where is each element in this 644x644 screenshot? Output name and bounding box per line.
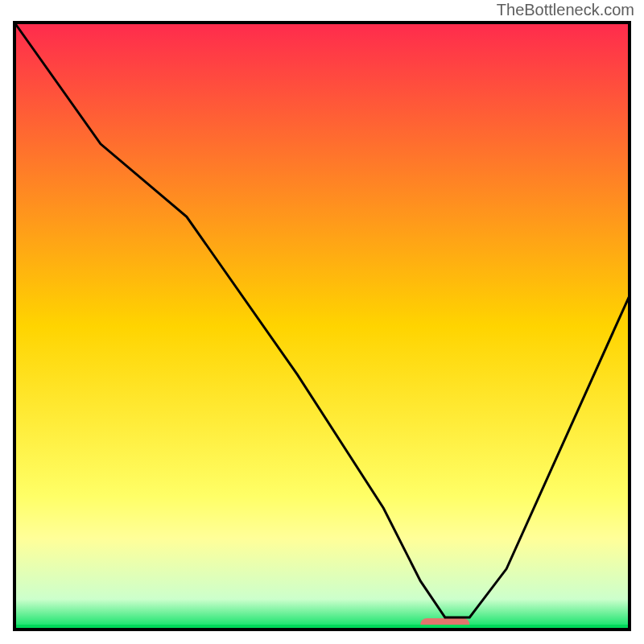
chart-container: TheBottleneck.com { "brand": "TheBottlen… <box>0 0 644 644</box>
svg-rect-1 <box>14 23 630 630</box>
bottleneck-plot <box>0 0 644 644</box>
brand-label: TheBottleneck.com <box>497 2 634 18</box>
